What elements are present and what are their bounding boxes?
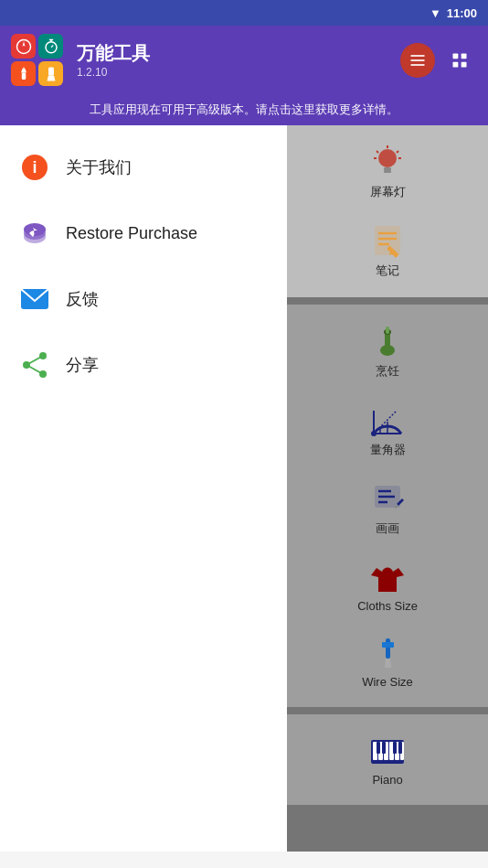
- app-header: 万能工具 1.2.10: [0, 26, 488, 94]
- svg-rect-17: [453, 61, 459, 67]
- angle-label: 量角器: [370, 442, 406, 458]
- svg-rect-15: [453, 53, 459, 59]
- paint-label: 画画: [376, 520, 399, 537]
- tool-screen-light[interactable]: 屏幕灯: [346, 133, 429, 211]
- svg-marker-61: [385, 659, 391, 668]
- tool-angle[interactable]: 量角器: [346, 391, 429, 469]
- cooking-label: 烹饪: [376, 363, 399, 380]
- tool-piano[interactable]: Piano: [346, 722, 429, 798]
- app-icon-group: [11, 34, 66, 86]
- svg-marker-1: [22, 41, 25, 47]
- svg-rect-70: [377, 742, 380, 754]
- sidebar-item-restore[interactable]: Restore Purchase: [0, 200, 287, 266]
- main-layout: i 关于我们 Restore Purchase: [0, 125, 488, 852]
- about-label: 关于我们: [66, 156, 132, 178]
- sidebar-item-share[interactable]: 分享: [0, 332, 287, 398]
- feedback-icon: [18, 283, 51, 316]
- svg-point-51: [371, 431, 377, 436]
- svg-rect-14: [411, 64, 425, 66]
- wire-label: Wire Size: [362, 675, 413, 689]
- section-piano: Piano: [287, 714, 488, 805]
- svg-rect-13: [411, 59, 425, 61]
- svg-point-30: [378, 149, 397, 167]
- separator-1: [287, 297, 488, 305]
- section-tools: 烹饪 量角器: [287, 305, 488, 707]
- status-bar: ▼ 11:00: [0, 0, 488, 26]
- svg-rect-12: [411, 55, 425, 57]
- svg-line-34: [397, 151, 398, 153]
- section-lights-notes: 屏幕灯 笔记: [287, 125, 488, 297]
- svg-rect-62: [382, 642, 394, 648]
- sidebar-item-feedback[interactable]: 反馈: [0, 266, 287, 332]
- svg-rect-32: [384, 170, 391, 173]
- svg-line-50: [374, 411, 397, 434]
- tool-wire[interactable]: Wire Size: [346, 624, 429, 700]
- status-time: 11:00: [447, 6, 477, 20]
- share-label: 分享: [66, 354, 99, 376]
- svg-rect-73: [398, 742, 402, 754]
- feedback-label: 反馈: [66, 288, 99, 310]
- share-icon: [18, 348, 51, 381]
- app-title: 万能工具: [77, 41, 150, 66]
- svg-rect-16: [461, 53, 467, 59]
- app-title-block: 万能工具 1.2.10: [77, 41, 150, 79]
- svg-line-5: [51, 45, 53, 47]
- tool-notes[interactable]: 笔记: [346, 211, 429, 290]
- notes-label: 笔记: [376, 263, 399, 279]
- restore-icon: [18, 217, 51, 250]
- svg-rect-10: [48, 67, 54, 75]
- promo-banner[interactable]: 工具应用现在可用于高级版本。请点击这里获取更多详情。: [0, 94, 488, 125]
- restore-label: Restore Purchase: [66, 224, 197, 243]
- header-actions: [400, 43, 477, 78]
- timer-icon: [38, 34, 63, 59]
- svg-rect-31: [384, 167, 391, 170]
- about-icon: i: [18, 151, 51, 184]
- compass-icon: [11, 34, 36, 59]
- svg-rect-47: [386, 327, 389, 334]
- tool-paint[interactable]: 画画: [346, 469, 429, 548]
- right-panel: 屏幕灯 笔记: [287, 125, 488, 852]
- sidebar: i 关于我们 Restore Purchase: [0, 125, 287, 852]
- svg-line-28: [27, 356, 43, 365]
- svg-line-35: [377, 151, 378, 153]
- list-view-button[interactable]: [400, 43, 435, 78]
- wifi-icon: ▼: [430, 6, 441, 20]
- svg-rect-71: [382, 742, 386, 754]
- svg-text:i: i: [32, 158, 37, 177]
- sidebar-item-about[interactable]: i 关于我们: [0, 134, 287, 200]
- svg-rect-18: [461, 61, 467, 67]
- svg-line-29: [27, 365, 43, 374]
- svg-marker-8: [21, 69, 27, 73]
- svg-rect-72: [393, 742, 397, 754]
- svg-marker-2: [22, 47, 25, 52]
- svg-rect-38: [375, 226, 400, 255]
- tool-cooking[interactable]: 烹饪: [346, 312, 429, 391]
- torch-icon: [11, 61, 36, 86]
- flashlight-icon: [38, 61, 63, 86]
- svg-marker-11: [47, 75, 55, 80]
- cloths-label: Cloths Size: [357, 599, 418, 613]
- svg-rect-60: [386, 638, 390, 659]
- piano-label: Piano: [372, 773, 402, 787]
- separator-2: [287, 707, 488, 714]
- grid-view-button[interactable]: [442, 43, 477, 78]
- promo-text: 工具应用现在可用于高级版本。请点击这里获取更多详情。: [90, 102, 398, 116]
- tool-cloths[interactable]: Cloths Size: [343, 548, 432, 624]
- app-version: 1.2.10: [77, 66, 150, 79]
- svg-rect-7: [21, 72, 26, 80]
- svg-rect-6: [48, 38, 53, 40]
- screen-light-label: 屏幕灯: [370, 184, 406, 200]
